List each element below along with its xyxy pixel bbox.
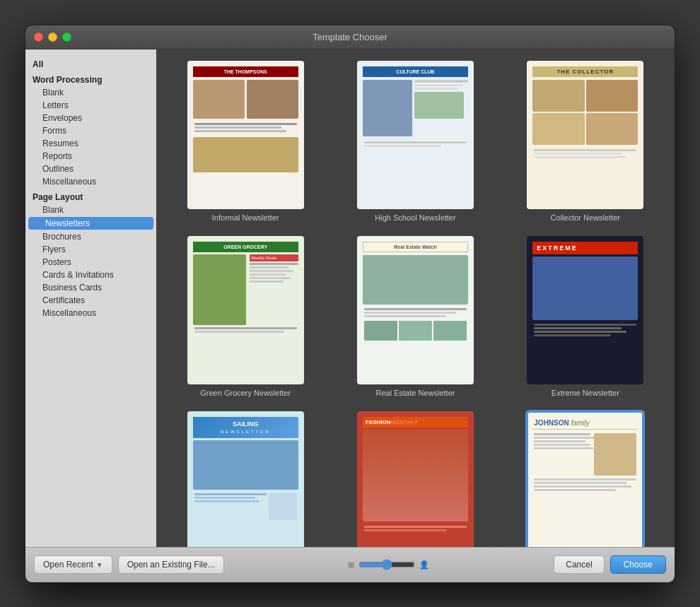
sidebar-item-letters[interactable]: Letters — [25, 99, 156, 112]
template-item-grocery[interactable]: GREEN GROCERY Weekly Deals — [168, 236, 323, 397]
template-item-family[interactable]: JOHNSON family — [508, 411, 663, 547]
grocery-header: GREEN GROCERY — [193, 242, 298, 252]
thumbnail-small-icon: ⊞ — [348, 560, 354, 570]
template-label-highschool: High School Newsletter — [375, 213, 455, 222]
sidebar-item-flyers[interactable]: Flyers — [25, 243, 156, 256]
informal-photo-grid — [193, 80, 298, 119]
template-thumb-family: JOHNSON family — [527, 411, 643, 547]
sidebar-item-certificates[interactable]: Certificates — [25, 294, 156, 307]
content-area: All Word Processing Blank Letters Envelo… — [25, 49, 675, 547]
sidebar-item-newsletters[interactable]: Newsletters — [28, 217, 153, 230]
open-recent-label: Open Recent — [43, 560, 93, 570]
template-chooser-window: Template Chooser All Word Processing Bla… — [25, 25, 675, 583]
extreme-header: EXTREME — [532, 242, 638, 254]
hs-photo-1 — [363, 80, 412, 136]
cancel-button[interactable]: Cancel — [554, 555, 604, 574]
minimize-button[interactable] — [48, 33, 57, 42]
sidebar: All Word Processing Blank Letters Envelo… — [25, 49, 156, 547]
template-thumb-grocery: GREEN GROCERY Weekly Deals — [187, 236, 304, 384]
template-label-grocery: Green Grocery Newsletter — [200, 389, 291, 397]
modern-header: FASHIONMONTHLY — [363, 417, 468, 428]
template-label-realestate: Real Estate Newsletter — [376, 389, 455, 397]
window-title: Template Chooser — [313, 32, 387, 42]
maximize-button[interactable] — [62, 33, 71, 42]
hs-content — [363, 80, 468, 136]
collector-photo-1 — [532, 80, 585, 112]
re-header: Real Estate Watch — [363, 242, 468, 252]
hs-header: CULTURE CLUB — [363, 66, 468, 77]
template-thumb-extreme: EXTREME — [527, 236, 643, 384]
template-item-extreme[interactable]: EXTREME Extreme Newsletter — [508, 236, 663, 397]
template-thumb-realestate: Real Estate Watch — [357, 236, 474, 384]
sidebar-item-envelopes[interactable]: Envelopes — [25, 112, 156, 124]
informal-photo-2 — [247, 80, 298, 119]
thumbnail-large-icon: 👤 — [419, 560, 429, 570]
modern-photo-main — [363, 430, 468, 521]
template-label-collector: Collector Newsletter — [551, 213, 620, 222]
sidebar-item-all[interactable]: All — [25, 58, 156, 71]
family-photo — [594, 433, 636, 476]
template-item-highschool[interactable]: CULTURE CLUB — [337, 61, 493, 222]
sidebar-item-blank-wp[interactable]: Blank — [25, 86, 156, 99]
collector-header: THE COLLECTOR — [532, 66, 638, 77]
collector-photo-4 — [586, 113, 638, 145]
open-existing-label: Open an Existing File... — [127, 560, 215, 570]
sidebar-item-misc-pl[interactable]: Miscellaneous — [25, 307, 156, 319]
sidebar-item-blank-pl[interactable]: Blank — [25, 204, 156, 216]
grocery-photo — [193, 254, 246, 325]
hs-photo-2 — [414, 92, 464, 119]
template-thumb-highschool: CULTURE CLUB — [357, 61, 474, 209]
sidebar-item-forms[interactable]: Forms — [25, 124, 156, 137]
template-label-extreme: Extreme Newsletter — [552, 389, 619, 397]
family-header: JOHNSON family — [532, 417, 638, 430]
extreme-photo — [532, 257, 638, 320]
sidebar-item-word-processing[interactable]: Word Processing — [25, 73, 156, 86]
cancel-label: Cancel — [566, 560, 592, 570]
template-thumb-modern: FASHIONMONTHLY — [357, 411, 474, 547]
collector-photo-2 — [586, 80, 638, 112]
sidebar-item-reports[interactable]: Reports — [25, 150, 156, 163]
template-grid-area: THE THOMPSONS Informal Newsletter — [156, 49, 675, 547]
grocery-content: Weekly Deals — [193, 254, 298, 325]
traffic-lights — [34, 33, 71, 42]
template-thumb-collector: THE COLLECTOR — [527, 61, 643, 209]
sailing-header: SAILINGNEWSLETTER — [193, 417, 298, 438]
sailing-photo — [193, 440, 298, 490]
dropdown-arrow-icon: ▼ — [96, 561, 103, 569]
sidebar-item-outlines[interactable]: Outlines — [25, 163, 156, 175]
template-item-realestate[interactable]: Real Estate Watch — [337, 236, 493, 397]
choose-button[interactable]: Choose — [610, 555, 666, 574]
sidebar-item-business-cards[interactable]: Business Cards — [25, 281, 156, 294]
sidebar-item-posters[interactable]: Posters — [25, 256, 156, 269]
sidebar-item-cards-invitations[interactable]: Cards & Invitations — [25, 269, 156, 281]
template-label-informal: Informal Newsletter — [212, 213, 279, 222]
choose-label: Choose — [624, 560, 653, 570]
toolbar: Open Recent ▼ Open an Existing File... ⊞… — [25, 547, 675, 582]
template-grid: THE THOMPSONS Informal Newsletter — [168, 61, 663, 547]
informal-header-text: THE THOMPSONS — [193, 66, 298, 77]
template-item-informal[interactable]: THE THOMPSONS Informal Newsletter — [168, 61, 323, 222]
collector-photos — [532, 80, 638, 145]
template-item-sailing[interactable]: SAILINGNEWSLETTER Sailing Newsletter — [168, 411, 323, 547]
sidebar-item-page-layout[interactable]: Page Layout — [25, 191, 156, 204]
template-item-modern[interactable]: FASHIONMONTHLY Modern Newsletter — [337, 411, 493, 547]
thumbnail-size-slider[interactable] — [358, 559, 415, 570]
template-item-collector[interactable]: THE COLLECTOR Collecto — [508, 61, 663, 222]
collector-photo-3 — [532, 113, 585, 145]
close-button[interactable] — [34, 33, 43, 42]
template-thumb-informal: THE THOMPSONS — [187, 61, 304, 209]
sidebar-item-misc-wp[interactable]: Miscellaneous — [25, 175, 156, 188]
informal-photo-1 — [193, 80, 245, 119]
titlebar: Template Chooser — [25, 25, 675, 49]
open-existing-button[interactable]: Open an Existing File... — [118, 555, 224, 574]
open-recent-button[interactable]: Open Recent ▼ — [34, 555, 112, 574]
slider-container: ⊞ 👤 — [348, 559, 429, 570]
informal-photo-bottom — [193, 137, 298, 172]
sidebar-item-brochures[interactable]: Brochures — [25, 230, 156, 243]
template-thumb-sailing: SAILINGNEWSLETTER — [187, 411, 304, 547]
sidebar-item-resumes[interactable]: Resumes — [25, 137, 156, 150]
re-photo — [363, 255, 468, 305]
